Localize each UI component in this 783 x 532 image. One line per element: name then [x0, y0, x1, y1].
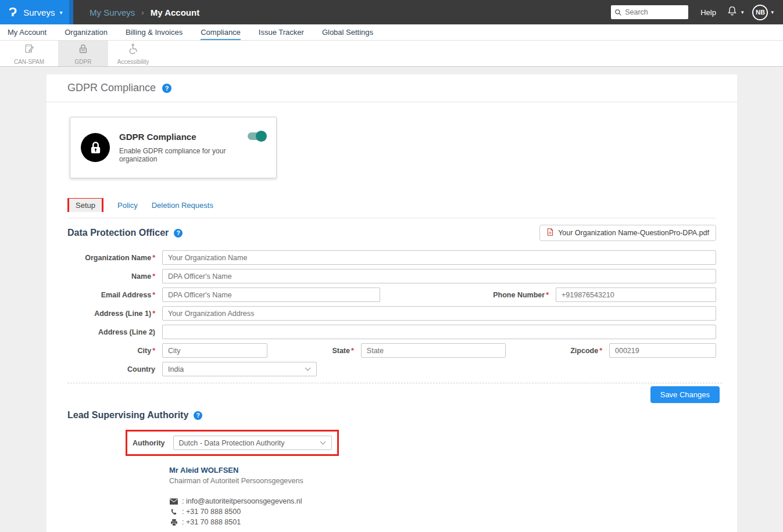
address2-input[interactable]	[162, 325, 716, 339]
contact-fax: : +31 70 888 8501	[182, 518, 241, 526]
product-menu[interactable]: Ɂ Surveys ▾	[0, 0, 73, 24]
authority-select-value: Dutch - Data Protection Authority	[179, 439, 285, 447]
breadcrumb-my-surveys[interactable]: My Surveys	[90, 8, 135, 17]
nav-issue-tracker[interactable]: Issue Tracker	[259, 28, 304, 39]
lock-circle-icon	[81, 133, 110, 162]
topbar-right: Help ▾ NB ▾	[611, 5, 783, 20]
subtab-label: GDPR	[75, 59, 92, 65]
dpo-save-row: Save Changes	[47, 386, 737, 403]
gdpr-compliance-card: GDPR Compliance Enable GDPR compliance f…	[70, 117, 277, 178]
dpo-help-icon[interactable]: ?	[174, 229, 183, 238]
envelope-icon	[169, 498, 178, 505]
dpo-heading: Data Protection Officer	[67, 228, 169, 238]
contact-lines: : info@autoriteitpersoonsgegevens.nl : +…	[169, 497, 716, 526]
lsa-section: Lead Supervising Authority ? Authority D…	[47, 410, 737, 526]
address1-input[interactable]	[162, 306, 716, 321]
contact-fax-line: : +31 70 888 8501	[169, 518, 716, 526]
breadcrumb-my-account: My Account	[151, 8, 199, 17]
nav-billing-invoices[interactable]: Billing & Invoices	[126, 28, 183, 39]
search-input[interactable]	[611, 5, 688, 19]
memo-pencil-icon	[23, 43, 35, 57]
tab-setup[interactable]: Setup	[69, 199, 102, 212]
fax-icon	[169, 519, 178, 526]
form-row-name: Name*	[67, 269, 716, 283]
required-marker: *	[599, 347, 602, 355]
authority-select[interactable]: Dutch - Data Protection Authority	[173, 436, 332, 450]
page-title: GDPR Compliance	[67, 82, 156, 94]
dpo-section: Data Protection Officer ? Your Organizat…	[47, 225, 737, 376]
city-input[interactable]	[162, 343, 267, 358]
breadcrumb-separator-icon: ›	[141, 8, 144, 17]
gdpr-toggle[interactable]	[248, 132, 265, 140]
tab-deletion-requests[interactable]: Deletion Requests	[152, 201, 213, 210]
wheelchair-icon	[127, 43, 139, 57]
page-title-row: GDPR Compliance ?	[47, 74, 737, 102]
dpo-form: Organization Name* Name* Email Address* …	[67, 250, 716, 376]
notifications-menu[interactable]: ▾	[726, 5, 744, 20]
required-marker: *	[152, 291, 155, 299]
required-marker: *	[152, 272, 155, 281]
contact-email: : info@autoriteitpersoonsgegevens.nl	[182, 497, 302, 505]
chevron-down-icon: ▾	[771, 9, 774, 15]
organization-name-label: Organization Name	[85, 254, 151, 262]
card-title: GDPR Compliance	[119, 132, 266, 142]
city-label: City	[138, 347, 152, 355]
subtab-can-spam[interactable]: CAN-SPAM	[0, 41, 58, 66]
phone-input[interactable]	[556, 287, 716, 302]
contact-role: Chairman of Autoriteit Persoonsgegevens	[169, 477, 716, 485]
name-input[interactable]	[162, 269, 716, 283]
gdpr-section-tabs: Setup Policy Deletion Requests	[67, 198, 716, 218]
breadcrumb: My Surveys › My Account	[90, 8, 199, 17]
pdf-filename: Your Organization Name-QuestionPro-DPA.p…	[558, 229, 709, 237]
contact-email-line: : info@autoriteitpersoonsgegevens.nl	[169, 497, 716, 505]
nav-global-settings[interactable]: Global Settings	[322, 28, 373, 39]
contact-name: Mr Aleid WOLFSEN	[169, 466, 716, 475]
page-help-icon[interactable]: ?	[162, 84, 171, 93]
chevron-down-icon: ▾	[59, 9, 62, 16]
nav-organization[interactable]: Organization	[65, 28, 108, 39]
account-menu[interactable]: NB ▾	[752, 5, 774, 20]
state-input[interactable]	[361, 343, 506, 358]
state-label: State	[332, 347, 350, 355]
compliance-subtabs: CAN-SPAM GDPR Accessibility	[0, 41, 783, 67]
required-marker: *	[351, 347, 354, 355]
email-input[interactable]	[162, 287, 380, 302]
address1-label: Address (Line 1)	[94, 310, 151, 318]
contact-phone: : +31 70 888 8500	[182, 508, 241, 516]
card-subtitle: Enable GDPR compliance for your organiza…	[119, 147, 266, 163]
nav-my-account[interactable]: My Account	[8, 28, 47, 39]
avatar: NB	[752, 5, 768, 20]
dpo-save-button[interactable]: Save Changes	[650, 386, 720, 403]
chevron-down-icon	[305, 365, 311, 371]
required-marker: *	[152, 310, 155, 318]
subtab-accessibility[interactable]: Accessibility	[108, 41, 158, 66]
search-icon	[614, 8, 622, 19]
pdf-file-icon	[546, 228, 554, 238]
tab-policy[interactable]: Policy	[117, 201, 138, 210]
dpa-pdf-button[interactable]: Your Organization Name-QuestionPro-DPA.p…	[539, 225, 716, 241]
lsa-heading: Lead Supervising Authority	[67, 410, 188, 420]
organization-name-input[interactable]	[162, 250, 716, 265]
address2-label: Address (Line 2)	[98, 328, 155, 336]
form-row-address2: Address (Line 2)	[67, 325, 716, 339]
contact-phone-line: : +31 70 888 8500	[169, 508, 716, 516]
subtab-label: Accessibility	[117, 59, 149, 65]
subtab-label: CAN-SPAM	[14, 59, 44, 65]
questionpro-logo-icon: Ɂ	[9, 6, 17, 19]
form-row-email-phone: Email Address* Phone Number*	[67, 287, 716, 302]
country-label: Country	[127, 365, 155, 373]
country-select[interactable]: India	[162, 362, 317, 376]
help-link[interactable]: Help	[700, 8, 716, 17]
lsa-header: Lead Supervising Authority ?	[67, 410, 716, 420]
bell-icon	[726, 5, 738, 20]
lsa-help-icon[interactable]: ?	[194, 411, 202, 420]
zipcode-input[interactable]	[609, 343, 716, 358]
form-row-country: Country India	[67, 362, 716, 376]
authority-contact-card: Mr Aleid WOLFSEN Chairman of Autoriteit …	[169, 466, 716, 526]
subtab-gdpr[interactable]: GDPR	[58, 41, 108, 66]
nav-compliance[interactable]: Compliance	[201, 28, 241, 40]
authority-label: Authority	[133, 439, 173, 447]
annotation-box-setup: Setup	[67, 198, 103, 212]
top-bar: Ɂ Surveys ▾ My Surveys › My Account Help…	[0, 0, 783, 24]
main-content: GDPR Compliance ? GDPR Compliance Enable…	[47, 74, 737, 532]
